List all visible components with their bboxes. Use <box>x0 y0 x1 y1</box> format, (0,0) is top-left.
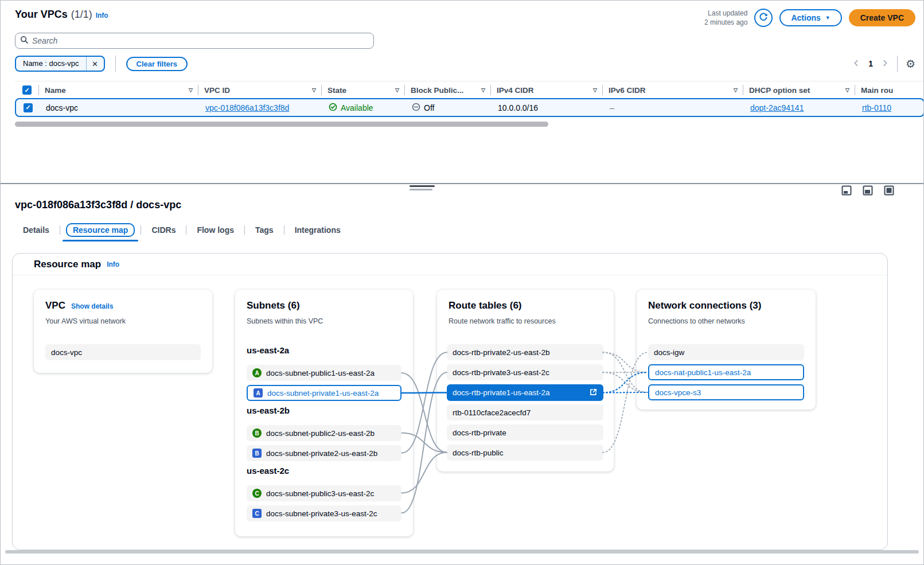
info-link[interactable]: Info <box>96 11 108 20</box>
network-node-highlighted[interactable]: docs-vpce-s3 <box>648 384 804 400</box>
block-public-text: Off <box>424 103 434 112</box>
network-connections-column-subtitle: Connections to other networks <box>648 317 745 325</box>
actions-button[interactable]: Actions ▼ <box>779 9 841 26</box>
filter-chip: Name : docs-vpc × <box>15 56 105 72</box>
tab-integrations[interactable]: Integrations <box>287 223 349 237</box>
chevron-left-icon <box>852 59 860 69</box>
next-page-button[interactable] <box>881 59 889 69</box>
resource-map-header: Resource map Info <box>13 254 887 275</box>
column-header-dhcp[interactable]: DHCP option set▽ <box>743 81 855 99</box>
detail-title: vpc-018f086a13f3c3f8d / docs-vpc <box>15 199 181 211</box>
filter-icon[interactable]: ▽ <box>312 87 316 93</box>
tab-divider <box>244 225 245 235</box>
search-input[interactable] <box>32 36 369 45</box>
column-header-vpc-id[interactable]: VPC ID▽ <box>198 81 322 99</box>
route-table-node[interactable]: docs-rtb-private <box>447 424 603 441</box>
filter-chip-label[interactable]: Name : docs-vpc <box>17 57 85 71</box>
az-heading: us-east-2b <box>247 406 290 415</box>
vpc-id-link[interactable]: vpc-018f086a13f3c3f8d <box>205 103 289 112</box>
panel-position-side-button[interactable] <box>863 185 873 197</box>
select-all-checkbox[interactable] <box>22 85 32 95</box>
vpc-node[interactable]: docs-vpc <box>45 344 201 360</box>
panel-position-bottom-button[interactable] <box>841 185 852 197</box>
tab-details[interactable]: Details <box>15 223 57 237</box>
table-header-row: Name▽ VPC ID▽ State▽ Block Public...▽ IP… <box>15 81 924 98</box>
az-c-public-badge: C <box>252 489 262 498</box>
az-a-private-badge: A <box>254 388 263 398</box>
subnet-label: docs-subnet-public2-us-east-2b <box>266 429 375 438</box>
az-b-public-badge: B <box>252 428 262 438</box>
cell-ipv4-cidr: 10.0.0.0/16 <box>492 103 604 112</box>
az-heading: us-east-2a <box>247 345 289 355</box>
route-table-node-selected[interactable]: docs-rtb-private1-us-east-2a <box>447 384 603 401</box>
network-node-highlighted[interactable]: docs-nat-public1-us-east-2a <box>648 364 804 380</box>
preferences-button[interactable]: ⚙ <box>906 59 915 69</box>
route-tables-column-title: Route tables (6) <box>449 300 522 311</box>
search-box[interactable] <box>15 33 374 49</box>
vpc-list-panel: Your VPCs (1/1) Info Last updated 2 minu… <box>1 1 923 183</box>
cell-dhcp: dopt-2ac94141 <box>744 103 856 112</box>
table-row[interactable]: docs-vpc vpc-018f086a13f3c3f8d Available… <box>15 98 924 117</box>
horizontal-scrollbar[interactable] <box>15 122 548 127</box>
main-route-table-link[interactable]: rtb-0110 <box>862 103 891 112</box>
resource-map-info-link[interactable]: Info <box>107 260 119 268</box>
filter-icon[interactable]: ▽ <box>481 87 485 93</box>
cell-vpc-id: vpc-018f086a13f3c3f8d <box>200 103 323 112</box>
gear-icon: ⚙ <box>906 58 915 70</box>
column-header-ipv4-cidr[interactable]: IPv4 CIDR▽ <box>491 81 603 99</box>
vpc-column: VPC Show details Your AWS virtual networ… <box>34 290 212 373</box>
vpc-column-title: VPC <box>45 300 65 311</box>
pagination: 1 <box>852 59 889 69</box>
tab-divider <box>141 225 141 235</box>
subnet-node[interactable]: C docs-subnet-private3-us-east-2c <box>247 505 401 521</box>
column-header-state[interactable]: State▽ <box>322 81 405 99</box>
route-table-node[interactable]: docs-rtb-public <box>447 445 603 461</box>
subnets-column: Subnets (6) Subnets within this VPC us-e… <box>235 290 413 536</box>
tab-divider <box>284 225 284 235</box>
route-table-node[interactable]: rtb-0110cface2acecfd7 <box>447 404 603 420</box>
subnet-label: docs-subnet-private3-us-east-2c <box>266 509 377 518</box>
cell-name: docs-vpc <box>40 103 200 112</box>
subnet-node[interactable]: B docs-subnet-private2-us-east-2b <box>247 445 401 461</box>
show-details-link[interactable]: Show details <box>71 302 113 310</box>
vpc-count: (1/1) <box>71 9 92 21</box>
route-table-node[interactable]: docs-rtb-private2-us-east-2b <box>447 344 603 360</box>
filter-icon[interactable]: ▽ <box>734 87 738 93</box>
panel-horizontal-scrollbar[interactable] <box>5 550 919 554</box>
tab-flow-logs[interactable]: Flow logs <box>189 223 242 237</box>
route-table-label: docs-rtb-public <box>453 449 504 457</box>
panel-fullscreen-button[interactable] <box>884 185 894 197</box>
row-checkbox[interactable] <box>24 103 33 112</box>
column-header-ipv6-cidr[interactable]: IPv6 CIDR▽ <box>603 81 743 99</box>
dhcp-option-set-link[interactable]: dopt-2ac94141 <box>750 103 804 112</box>
filter-chip-close-button[interactable]: × <box>87 56 104 72</box>
column-header-name[interactable]: Name▽ <box>39 81 198 99</box>
divider <box>897 56 898 72</box>
subnet-node-selected[interactable]: A docs-subnet-private1-us-east-2a <box>247 385 401 401</box>
network-connections-column-title: Network connections (3) <box>648 300 761 311</box>
column-header-block-public[interactable]: Block Public...▽ <box>405 81 491 99</box>
current-page[interactable]: 1 <box>868 59 873 68</box>
column-header-main-route[interactable]: Main rou <box>855 81 924 99</box>
divider <box>115 56 116 72</box>
subnet-node[interactable]: A docs-subnet-public1-us-east-2a <box>247 365 401 381</box>
vpc-detail-panel: vpc-018f086a13f3c3f8d / docs-vpc Details… <box>1 184 923 564</box>
subnet-node[interactable]: C docs-subnet-public3-us-east-2c <box>247 485 401 501</box>
filter-icon[interactable]: ▽ <box>593 87 597 93</box>
refresh-button[interactable] <box>754 9 773 27</box>
filter-icon[interactable]: ▽ <box>189 87 193 93</box>
filter-icon[interactable]: ▽ <box>845 87 849 93</box>
subnet-label: docs-subnet-public1-us-east-2a <box>266 369 375 377</box>
cell-ipv6-cidr: – <box>604 103 744 112</box>
subnet-node[interactable]: B docs-subnet-public2-us-east-2b <box>247 425 401 441</box>
network-node[interactable]: docs-igw <box>648 344 804 360</box>
clear-filters-button[interactable]: Clear filters <box>126 57 188 71</box>
tab-cidrs[interactable]: CIDRs <box>143 223 184 237</box>
route-table-node[interactable]: docs-rtb-private3-us-east-2c <box>447 364 603 380</box>
close-icon: × <box>92 59 98 69</box>
filter-icon[interactable]: ▽ <box>395 87 399 93</box>
previous-page-button[interactable] <box>852 59 860 69</box>
tab-resource-map[interactable]: Resource map <box>66 223 135 237</box>
create-vpc-button[interactable]: Create VPC <box>849 9 915 26</box>
tab-tags[interactable]: Tags <box>247 223 282 237</box>
